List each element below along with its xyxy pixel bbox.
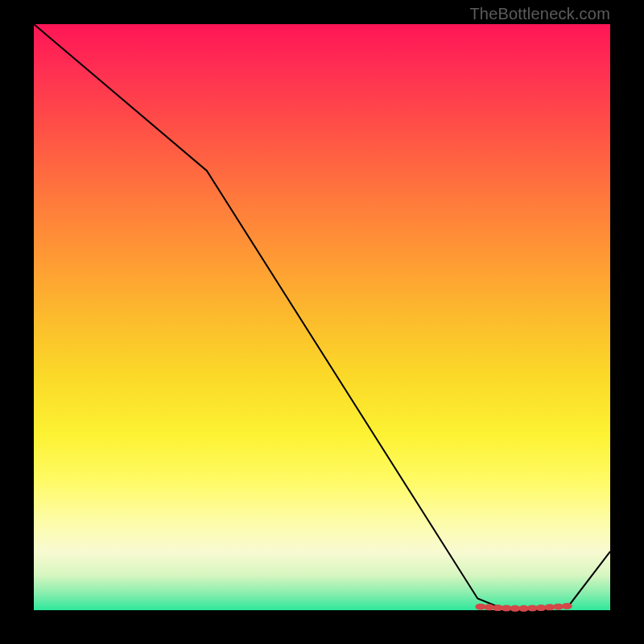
highlight-marker <box>562 603 572 609</box>
chart-highlight-markers <box>475 603 572 612</box>
credit-label: TheBottleneck.com <box>469 5 610 23</box>
chart-stage: TheBottleneck.com <box>0 0 644 644</box>
chart-curve-line <box>34 24 610 610</box>
chart-plot-area <box>34 24 610 610</box>
chart-svg <box>34 24 610 610</box>
